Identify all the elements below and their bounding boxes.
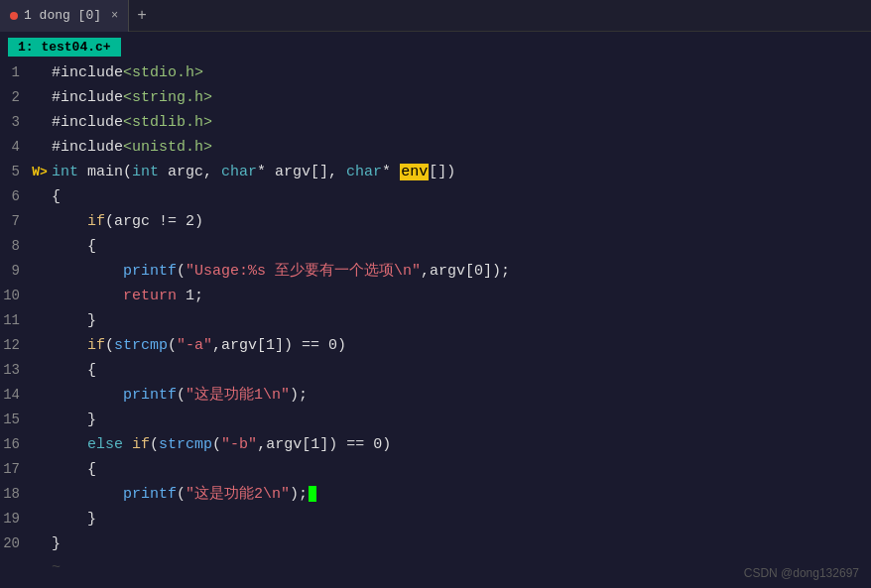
code-content: {	[52, 185, 871, 209]
editor: 1: test04.c+ 1 #include<stdio.h> 2 #incl…	[0, 32, 871, 588]
code-line: 10 return 1;	[0, 284, 871, 308]
code-content: if(argc != 2)	[52, 210, 871, 234]
line-number: 14	[0, 383, 28, 407]
code-content: if(strcmp("-a",argv[1]) == 0)	[52, 334, 871, 358]
code-content: else if(strcmp("-b",argv[1]) == 0)	[52, 433, 871, 457]
line-number: 17	[0, 457, 28, 481]
code-line: 12 if(strcmp("-a",argv[1]) == 0)	[0, 333, 871, 358]
code-line: 19 }	[0, 507, 871, 531]
tab-label: 1 dong [0]	[24, 8, 101, 23]
line-number: 7	[0, 209, 28, 233]
code-content: }	[52, 508, 871, 531]
code-line: 1 #include<stdio.h>	[0, 60, 871, 85]
line-number: 5	[0, 160, 28, 183]
code-content: #include<stdio.h>	[52, 61, 871, 85]
code-line: 11 }	[0, 308, 871, 333]
line-number: 1	[0, 60, 28, 84]
file-label: 1: test04.c+	[8, 38, 121, 57]
code-line: 15 }	[0, 408, 871, 432]
code-content: return 1;	[52, 285, 871, 308]
line-number: 3	[0, 110, 28, 134]
line-number: 9	[0, 259, 28, 283]
line-number: 11	[0, 308, 28, 332]
code-line: 7 if(argc != 2)	[0, 209, 871, 234]
code-content: {	[52, 359, 871, 383]
code-content: printf("这是功能2\n");	[52, 483, 871, 507]
gutter-warn: W>	[28, 161, 52, 184]
code-content: #include<stdlib.h>	[52, 111, 871, 135]
text-cursor	[309, 486, 316, 502]
code-line: 20 }	[0, 531, 871, 556]
line-number: 8	[0, 234, 28, 258]
code-content: }	[52, 532, 871, 556]
code-line: 16 else if(strcmp("-b",argv[1]) == 0)	[0, 432, 871, 457]
watermark: CSDN @dong132697	[744, 566, 859, 580]
line-number: 10	[0, 284, 28, 307]
code-line: 8 {	[0, 234, 871, 259]
tab-1[interactable]: 1 dong [0] ×	[0, 0, 129, 32]
code-content: }	[52, 409, 871, 432]
code-content: #include<string.h>	[52, 86, 871, 110]
code-content: printf("这是功能1\n");	[52, 384, 871, 408]
line-number: 16	[0, 432, 28, 456]
title-bar: 1 dong [0] × +	[0, 0, 871, 32]
line-number: 12	[0, 333, 28, 357]
code-area[interactable]: 1 #include<stdio.h> 2 #include<string.h>…	[0, 59, 871, 588]
code-line: 5 W> int main(int argc, char* argv[], ch…	[0, 160, 871, 184]
code-line: 3 #include<stdlib.h>	[0, 110, 871, 135]
code-content: int main(int argc, char* argv[], char* e…	[52, 161, 871, 184]
code-content: }	[52, 309, 871, 333]
file-header: 1: test04.c+	[0, 32, 871, 59]
line-number: 19	[0, 507, 28, 530]
code-content: printf("Usage:%s 至少要有一个选项\n",argv[0]);	[52, 260, 871, 284]
line-number: 2	[0, 85, 28, 109]
line-number: 18	[0, 482, 28, 506]
code-line: 2 #include<string.h>	[0, 85, 871, 110]
code-content: #include<unistd.h>	[52, 136, 871, 160]
line-number: 4	[0, 135, 28, 159]
line-number: 6	[0, 184, 28, 208]
tab-dot	[10, 12, 18, 20]
code-content: {	[52, 458, 871, 482]
tilde-line: ~	[0, 556, 871, 580]
tab-close-button[interactable]: ×	[111, 9, 118, 23]
code-content: {	[52, 235, 871, 259]
line-number: 13	[0, 358, 28, 382]
line-number: 15	[0, 408, 28, 431]
code-line: 9 printf("Usage:%s 至少要有一个选项\n",argv[0]);	[0, 259, 871, 284]
new-tab-button[interactable]: +	[129, 7, 155, 25]
code-line: 14 printf("这是功能1\n");	[0, 383, 871, 408]
code-line: 13 {	[0, 358, 871, 383]
code-line: 18 printf("这是功能2\n");	[0, 482, 871, 507]
code-line: 4 #include<unistd.h>	[0, 135, 871, 160]
line-number: 20	[0, 531, 28, 555]
code-line: 17 {	[0, 457, 871, 482]
code-line: 6 {	[0, 184, 871, 209]
